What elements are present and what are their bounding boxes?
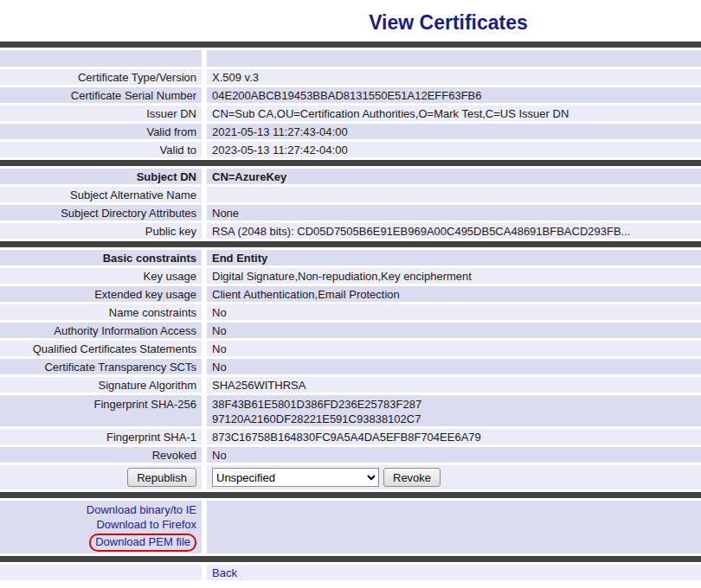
valid-to-label: Valid to [0, 142, 202, 157]
download-links-cell: Download binary/to IE Download to Firefo… [0, 501, 202, 553]
signature-algorithm-value: SHA256WITHRSA [207, 377, 701, 393]
row-key-usage: Key usage Digital Signature,Non-repudiat… [0, 268, 701, 284]
separator-bar [0, 160, 701, 166]
row-qualified-certificates-statements: Qualified Certificates Statements No [0, 341, 701, 356]
row-certificate-type-version: Certificate Type/Version X.509 v.3 [0, 69, 701, 85]
row-fingerprint-sha256: Fingerprint SHA-256 38F43B61E5801D386FD2… [0, 395, 701, 426]
row-signature-algorithm: Signature Algorithm SHA256WITHRSA [0, 377, 701, 393]
fingerprint-sha256-label: Fingerprint SHA-256 [0, 395, 202, 426]
back-empty-cell [0, 565, 202, 580]
row-certificate-transparency-scts: Certificate Transparency SCTs No [0, 359, 701, 374]
qualified-certificates-statements-label: Qualified Certificates Statements [0, 341, 202, 356]
separator-bar [0, 492, 701, 498]
row-subject-dn: Subject DN CN=AzureKey [0, 169, 701, 184]
authority-information-access-value: No [207, 323, 701, 338]
revoke-cell: Unspecified Revoke [207, 465, 701, 489]
revoked-value: No [207, 447, 701, 463]
row-subject-alternative-name: Subject Alternative Name [0, 187, 701, 202]
section-separator-subject [0, 160, 701, 166]
name-constraints-label: Name constraints [0, 304, 202, 320]
valid-from-label: Valid from [0, 124, 202, 139]
row-valid-from: Valid from 2021-05-13 11:27:43-04:00 [0, 124, 701, 139]
valid-to-value: 2023-05-13 11:27:42-04:00 [207, 142, 701, 157]
pem-annotation-ring: Download PEM file [89, 534, 196, 552]
separator-bar [0, 42, 701, 48]
key-usage-label: Key usage [0, 268, 202, 284]
subject-directory-attributes-label: Subject Directory Attributes [0, 205, 202, 220]
revoked-label: Revoked [0, 447, 202, 463]
qualified-certificates-statements-value: No [207, 341, 701, 356]
section-separator-footer [0, 556, 701, 562]
downloads-empty-cell [207, 501, 701, 553]
fingerprint-sha256-line1: 38F43B61E5801D386FD236E25783F287 [212, 397, 696, 412]
extended-key-usage-value: Client Authentication,Email Protection [207, 286, 701, 302]
subject-dn-value: CN=AzureKey [207, 169, 701, 184]
header-spacer-row [0, 50, 701, 67]
row-revoked: Revoked No [0, 447, 701, 463]
authority-information-access-label: Authority Information Access [0, 323, 202, 338]
row-certificate-serial-number: Certificate Serial Number 04E200ABCB1945… [0, 87, 701, 103]
key-usage-value: Digital Signature,Non-repudiation,Key en… [207, 268, 701, 284]
spacer-cell-right [207, 50, 701, 67]
row-downloads: Download binary/to IE Download to Firefo… [0, 501, 701, 553]
certificate-transparency-scts-value: No [207, 359, 701, 374]
certificate-type-version-label: Certificate Type/Version [0, 69, 202, 85]
separator-bar [0, 556, 701, 562]
certificate-details-table: Certificate Type/Version X.509 v.3 Certi… [0, 39, 701, 583]
subject-alternative-name-value [207, 187, 701, 202]
row-public-key: Public key RSA (2048 bits): CD05D7505B6E… [0, 223, 701, 239]
revoke-button[interactable]: Revoke [383, 468, 441, 487]
certificate-transparency-scts-label: Certificate Transparency SCTs [0, 359, 202, 374]
row-basic-constraints: Basic constraints End Entity [0, 250, 701, 265]
subject-alternative-name-label: Subject Alternative Name [0, 187, 202, 202]
fingerprint-sha256-value: 38F43B61E5801D386FD236E25783F287 97120A2… [207, 395, 701, 426]
section-separator-constraints [0, 241, 701, 247]
spacer-cell-left [0, 50, 202, 67]
valid-from-value: 2021-05-13 11:27:43-04:00 [207, 124, 701, 139]
certificate-serial-number-label: Certificate Serial Number [0, 87, 202, 103]
separator-bar [0, 241, 701, 247]
back-link[interactable]: Back [212, 566, 237, 579]
back-cell: Back [207, 565, 701, 580]
revocation-reason-select[interactable]: Unspecified [212, 468, 379, 487]
subject-dn-label: Subject DN [0, 169, 202, 184]
download-firefox-link[interactable]: Download to Firefox [5, 518, 196, 532]
issuer-dn-label: Issuer DN [0, 105, 202, 121]
row-authority-information-access: Authority Information Access No [0, 323, 701, 338]
row-extended-key-usage: Extended key usage Client Authentication… [0, 286, 701, 302]
republish-button[interactable]: Republish [127, 468, 196, 487]
signature-algorithm-label: Signature Algorithm [0, 377, 202, 393]
row-issuer-dn: Issuer DN CN=Sub CA,OU=Certification Aut… [0, 105, 701, 121]
page-title: View Certificates [98, 10, 701, 35]
extended-key-usage-label: Extended key usage [0, 286, 202, 302]
row-name-constraints: Name constraints No [0, 304, 701, 320]
basic-constraints-value: End Entity [207, 250, 701, 265]
row-actions: Republish Unspecified Revoke [0, 465, 701, 489]
subject-directory-attributes-value: None [207, 205, 701, 220]
certificate-type-version-value: X.509 v.3 [207, 69, 701, 85]
row-subject-directory-attributes: Subject Directory Attributes None [0, 205, 701, 220]
fingerprint-sha1-value: 873C16758B164830FC9A5A4DA5EFB8F704EE6A79 [207, 429, 701, 444]
public-key-value: RSA (2048 bits): CD05D7505B6E91EB969A00C… [207, 223, 701, 239]
public-key-label: Public key [0, 223, 202, 239]
row-back: Back [0, 565, 701, 580]
row-fingerprint-sha1: Fingerprint SHA-1 873C16758B164830FC9A5A… [0, 429, 701, 444]
fingerprint-sha1-label: Fingerprint SHA-1 [0, 429, 202, 444]
name-constraints-value: No [207, 304, 701, 320]
section-separator-top [0, 42, 701, 48]
download-pem-link[interactable]: Download PEM file [95, 535, 190, 548]
fingerprint-sha256-line2: 97120A2160DF28221E591C93838102C7 [212, 412, 696, 426]
section-separator-downloads [0, 492, 701, 498]
row-valid-to: Valid to 2023-05-13 11:27:42-04:00 [0, 142, 701, 157]
certificate-serial-number-value: 04E200ABCB19453BBAD8131550E51A12EFF63FB6 [207, 87, 701, 103]
basic-constraints-label: Basic constraints [0, 250, 202, 265]
download-binary-ie-link[interactable]: Download binary/to IE [5, 503, 196, 517]
issuer-dn-value: CN=Sub CA,OU=Certification Authorities,O… [207, 105, 701, 121]
republish-cell: Republish [0, 465, 202, 489]
